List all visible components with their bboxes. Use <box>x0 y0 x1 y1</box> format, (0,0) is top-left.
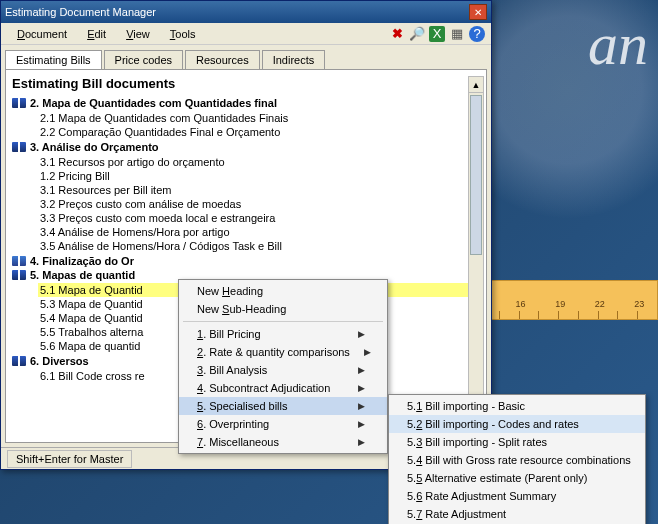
menu-view[interactable]: View <box>116 26 160 42</box>
close-icon[interactable]: ✕ <box>469 4 487 20</box>
chevron-right-icon: ▶ <box>358 365 365 375</box>
context-menu-item[interactable]: 3. Bill Analysis▶ <box>179 361 387 379</box>
tree-heading[interactable]: 4. Finalização do Or <box>12 255 480 267</box>
chevron-right-icon: ▶ <box>358 419 365 429</box>
context-menu-item[interactable]: 2. Rate & quantity comparisons▶ <box>179 343 387 361</box>
menu-separator <box>183 321 383 322</box>
tree-heading-label: 5. Mapas de quantid <box>30 269 135 281</box>
context-menu-item[interactable]: New Heading <box>179 282 387 300</box>
book-icon <box>12 142 26 152</box>
tree-heading-label: 6. Diversos <box>30 355 89 367</box>
menu-document[interactable]: Document <box>7 26 77 42</box>
background-text: an <box>588 10 648 79</box>
context-menu[interactable]: New HeadingNew Sub-Heading1. Bill Pricin… <box>178 279 388 454</box>
book-icon <box>12 256 26 266</box>
tab-estimating-bills[interactable]: Estimating Bills <box>5 50 102 70</box>
submenu-item[interactable]: 5.6 Rate Adjustment Summary <box>389 487 645 505</box>
chevron-right-icon: ▶ <box>358 437 365 447</box>
tree-item[interactable]: 3.1 Recursos por artigo do orçamento <box>38 155 480 169</box>
context-menu-item[interactable]: 6. Overprinting▶ <box>179 415 387 433</box>
book-icon <box>12 356 26 366</box>
submenu-item[interactable]: 5.4 Bill with Gross rate resource combin… <box>389 451 645 469</box>
context-menu-item[interactable]: New Sub-Heading <box>179 300 387 318</box>
tree-item[interactable]: 2.2 Comparação Quantidades Final e Orçam… <box>38 125 480 139</box>
window-title: Estimating Document Manager <box>5 6 469 18</box>
find-icon[interactable]: 🔎 <box>409 26 425 42</box>
tree-children: 2.1 Mapa de Quantidades com Quantidades … <box>38 111 480 139</box>
context-menu-item[interactable]: 5. Specialised bills▶ <box>179 397 387 415</box>
tree-heading[interactable]: 3. Análise do Orçamento <box>12 141 480 153</box>
context-menu-item[interactable]: 4. Subcontract Adjudication▶ <box>179 379 387 397</box>
tree-heading[interactable]: 2. Mapa de Quantidades com Quantidades f… <box>12 97 480 109</box>
background-ruler <box>478 280 658 320</box>
tree-heading-label: 3. Análise do Orçamento <box>30 141 159 153</box>
submenu-item[interactable]: 5.3 Bill importing - Split rates <box>389 433 645 451</box>
chevron-right-icon: ▶ <box>358 329 365 339</box>
status-hint[interactable]: Shift+Enter for Master <box>7 450 132 468</box>
submenu-item[interactable]: 5.1 Bill importing - Basic <box>389 397 645 415</box>
tab-price-codes[interactable]: Price codes <box>104 50 183 70</box>
menubar: Document Edit View Tools ✖ 🔎 X ▦ ? <box>1 23 491 45</box>
menu-tools[interactable]: Tools <box>160 26 206 42</box>
context-submenu[interactable]: 5.1 Bill importing - Basic5.2 Bill impor… <box>388 394 646 524</box>
tree-item[interactable]: 1.2 Pricing Bill <box>38 169 480 183</box>
book-icon <box>12 270 26 280</box>
submenu-item[interactable]: 5.2 Bill importing - Codes and rates <box>389 415 645 433</box>
tree-heading-label: 4. Finalização do Or <box>30 255 134 267</box>
help-icon[interactable]: ? <box>469 26 485 42</box>
chevron-right-icon: ▶ <box>358 383 365 393</box>
menu-edit[interactable]: Edit <box>77 26 116 42</box>
tree-item[interactable]: 3.5 Análise de Homens/Hora / Códigos Tas… <box>38 239 480 253</box>
excel-icon[interactable]: X <box>429 26 445 42</box>
chevron-right-icon: ▶ <box>358 401 365 411</box>
tree-item[interactable]: 3.3 Preços custo com moeda local e estra… <box>38 211 480 225</box>
scroll-up-button[interactable]: ▲ <box>469 77 483 93</box>
app-icon[interactable]: ▦ <box>449 26 465 42</box>
context-menu-item[interactable]: 7. Miscellaneous▶ <box>179 433 387 451</box>
scroll-thumb[interactable] <box>470 95 482 255</box>
tree-item[interactable]: 3.1 Resources per Bill item <box>38 183 480 197</box>
tab-strip: Estimating BillsPrice codesResourcesIndi… <box>1 45 491 69</box>
tree-item[interactable]: 2.1 Mapa de Quantidades com Quantidades … <box>38 111 480 125</box>
submenu-item[interactable]: 5.5 Alternative estimate (Parent only) <box>389 469 645 487</box>
tab-indirects[interactable]: Indirects <box>262 50 326 70</box>
tree-children: 3.1 Recursos por artigo do orçamento1.2 … <box>38 155 480 253</box>
page-title: Estimating Bill documents <box>12 76 480 91</box>
book-icon <box>12 98 26 108</box>
delete-icon[interactable]: ✖ <box>389 26 405 42</box>
titlebar[interactable]: Estimating Document Manager ✕ <box>1 1 491 23</box>
tree-item[interactable]: 3.4 Análise de Homens/Hora por artigo <box>38 225 480 239</box>
tab-resources[interactable]: Resources <box>185 50 260 70</box>
tree-heading-label: 2. Mapa de Quantidades com Quantidades f… <box>30 97 277 109</box>
submenu-item[interactable]: 5.7 Rate Adjustment <box>389 505 645 523</box>
vertical-scrollbar[interactable]: ▲ ▼ <box>468 76 484 436</box>
context-menu-item[interactable]: 1. Bill Pricing▶ <box>179 325 387 343</box>
toolbar-icons: ✖ 🔎 X ▦ ? <box>389 26 485 42</box>
tree-item[interactable]: 3.2 Preços custo com análise de moedas <box>38 197 480 211</box>
chevron-right-icon: ▶ <box>364 347 371 357</box>
